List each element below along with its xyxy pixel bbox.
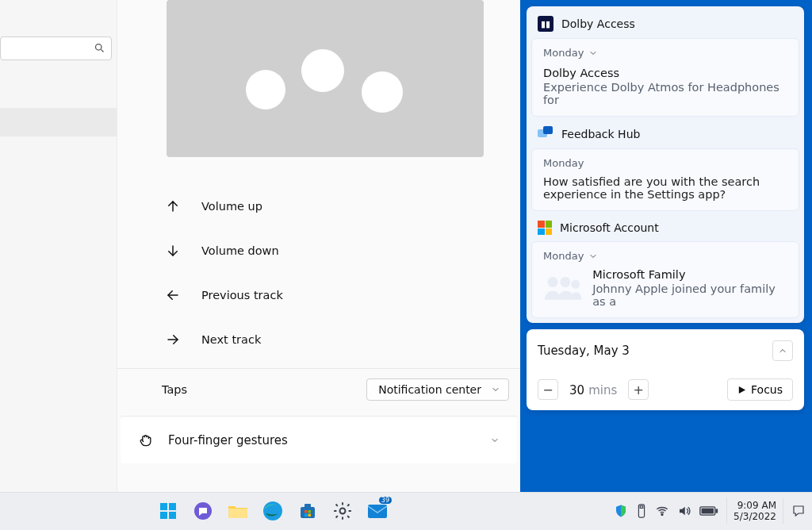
- chevron-down-icon: [491, 385, 500, 394]
- notif-title: Microsoft Family: [592, 268, 787, 281]
- calendar-date[interactable]: Tuesday, May 3: [538, 344, 630, 358]
- gesture-label: Previous track: [201, 289, 283, 301]
- gesture-volume-down[interactable]: Volume down: [163, 229, 433, 273]
- calendar-panel: Tuesday, May 3 − 30 mins + Focus: [527, 329, 804, 410]
- focus-decrease-button[interactable]: −: [538, 379, 558, 400]
- microsoft-icon: [538, 221, 552, 235]
- clock-time: 9:09 AM: [733, 500, 776, 511]
- notif-card[interactable]: Monday Dolby Access Experience Dolby Atm…: [531, 38, 799, 117]
- gesture-label: Volume up: [201, 200, 262, 213]
- wifi-icon[interactable]: [655, 504, 669, 518]
- gesture-volume-up[interactable]: Volume up: [163, 184, 433, 229]
- notif-body: Johnny Apple joined your family as a: [592, 282, 787, 308]
- taskbar-explorer-icon[interactable]: [227, 500, 249, 522]
- feedback-hub-icon: [538, 126, 553, 142]
- svg-rect-20: [304, 514, 308, 517]
- taps-dropdown[interactable]: Notification center: [366, 378, 509, 401]
- start-button[interactable]: [157, 500, 179, 522]
- svg-rect-29: [702, 509, 714, 514]
- svg-rect-19: [308, 510, 312, 513]
- notif-day[interactable]: Monday: [543, 47, 787, 59]
- arrow-right-icon: [163, 332, 182, 347]
- settings-window: Volume up Volume down Previous track Nex…: [0, 0, 520, 492]
- notif-app-name: Feedback Hub: [561, 128, 640, 140]
- search-icon: [94, 42, 105, 54]
- gesture-list: Volume up Volume down Previous track Nex…: [163, 184, 433, 362]
- taskbar-center: 39: [157, 492, 389, 530]
- notif-app-header[interactable]: Feedback Hub: [531, 121, 799, 147]
- family-icon: [543, 274, 581, 302]
- svg-rect-12: [169, 512, 176, 519]
- usb-icon[interactable]: [636, 504, 647, 518]
- notif-body: How satisfied are you with the search ex…: [543, 175, 787, 201]
- arrow-down-icon: [163, 244, 182, 258]
- four-finger-row[interactable]: Four-finger gestures: [121, 416, 517, 463]
- hand-icon: [138, 432, 154, 448]
- taskbar-store-icon[interactable]: [297, 500, 319, 522]
- svg-rect-21: [308, 514, 312, 517]
- gesture-label: Volume down: [201, 244, 279, 257]
- notif-app-header[interactable]: Microsoft Account: [531, 216, 799, 240]
- notif-title: Dolby Access: [543, 67, 787, 79]
- svg-point-7: [560, 277, 570, 287]
- notif-app-name: Microsoft Account: [560, 221, 659, 234]
- battery-icon[interactable]: [699, 504, 718, 518]
- mail-badge: 39: [379, 497, 392, 504]
- svg-rect-9: [160, 503, 167, 510]
- arrow-left-icon: [163, 288, 182, 302]
- chevron-down-icon: [490, 436, 500, 445]
- svg-rect-18: [304, 510, 308, 513]
- taskbar-clock[interactable]: 9:09 AM 5/3/2022: [726, 498, 783, 524]
- sidebar-item-selected[interactable]: [0, 108, 117, 136]
- arrow-up-icon: [163, 199, 182, 213]
- svg-rect-25: [640, 506, 643, 509]
- preview-circle: [362, 71, 403, 113]
- taps-label: Taps: [162, 383, 187, 396]
- gesture-prev-track[interactable]: Previous track: [163, 273, 433, 317]
- svg-rect-17: [304, 504, 311, 508]
- focus-increase-button[interactable]: +: [628, 379, 649, 400]
- notifications-icon[interactable]: [791, 504, 806, 518]
- notification-center: ▮▮ Dolby Access Monday Dolby Access Expe…: [527, 0, 804, 410]
- chevron-down-icon: [588, 48, 598, 58]
- preview-circle: [301, 49, 344, 92]
- security-icon[interactable]: [614, 504, 628, 518]
- gesture-preview: [167, 0, 484, 157]
- gesture-label: Next track: [201, 333, 261, 346]
- system-tray: 9:09 AM 5/3/2022: [614, 492, 806, 530]
- svg-rect-11: [160, 512, 167, 519]
- chevron-down-icon: [588, 252, 598, 261]
- calendar-collapse-button[interactable]: [772, 340, 793, 361]
- notif-app-name: Dolby Access: [561, 17, 635, 30]
- play-icon: [737, 386, 746, 394]
- svg-line-1: [101, 49, 103, 52]
- notif-card[interactable]: Monday How satisfied are you with the se…: [531, 148, 799, 211]
- svg-rect-28: [716, 509, 718, 513]
- taskbar-mail-icon[interactable]: 39: [366, 500, 389, 522]
- chevron-up-icon: [778, 346, 787, 355]
- svg-rect-14: [228, 509, 247, 518]
- taps-row: Taps Notification center: [117, 368, 520, 409]
- gesture-next-track[interactable]: Next track: [163, 317, 433, 362]
- notif-group-dolby: ▮▮ Dolby Access Monday Dolby Access Expe…: [527, 6, 804, 323]
- sidebar-search[interactable]: [0, 36, 112, 60]
- svg-point-8: [571, 280, 580, 289]
- svg-rect-24: [638, 505, 644, 517]
- focus-button[interactable]: Focus: [727, 378, 793, 401]
- taskbar-edge-icon[interactable]: [262, 500, 284, 522]
- dropdown-value: Notification center: [378, 383, 481, 396]
- svg-rect-23: [368, 505, 387, 518]
- svg-rect-16: [301, 507, 315, 518]
- settings-sidebar: [0, 0, 117, 492]
- svg-point-26: [661, 514, 663, 516]
- taskbar-chat-icon[interactable]: [192, 500, 214, 522]
- settings-main: Volume up Volume down Previous track Nex…: [117, 0, 520, 492]
- notif-day[interactable]: Monday: [543, 250, 787, 262]
- taskbar-settings-icon[interactable]: [331, 500, 354, 522]
- volume-icon[interactable]: [677, 504, 691, 518]
- four-finger-label: Four-finger gestures: [168, 433, 476, 447]
- notif-app-header[interactable]: ▮▮ Dolby Access: [531, 11, 799, 36]
- dolby-icon: ▮▮: [538, 16, 553, 32]
- notif-card[interactable]: Monday Microsoft Family Johnny Apple joi…: [531, 241, 799, 318]
- preview-circle: [246, 70, 285, 109]
